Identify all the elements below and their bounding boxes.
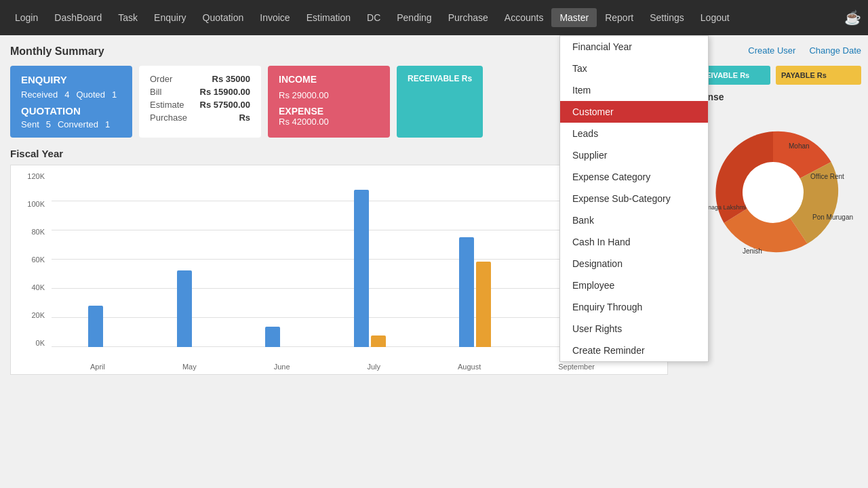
menu-expense-sub-category[interactable]: Expense Sub-Category xyxy=(560,188,708,209)
y-label-120k: 120K xyxy=(27,172,45,180)
quoted-label: Quoted xyxy=(76,89,105,100)
menu-leads[interactable]: Leads xyxy=(560,123,708,144)
purchase-label: Purchase xyxy=(150,113,187,123)
menu-supplier[interactable]: Supplier xyxy=(560,144,708,166)
create-user-link[interactable]: Create User xyxy=(748,45,795,56)
menu-tax[interactable]: Tax xyxy=(560,58,708,79)
sent-value: 5 xyxy=(46,119,51,129)
coffee-icon: ☕ xyxy=(844,9,861,26)
y-label-100k: 100K xyxy=(27,200,45,208)
nav-quotation[interactable]: Quotation xyxy=(195,8,252,27)
bar-blue-4 xyxy=(459,237,474,348)
order-label: Order xyxy=(150,74,172,84)
nav-task[interactable]: Task xyxy=(110,8,146,27)
pie-chart-container: Mohan Office Rent Pon Murugan Jenish Kan… xyxy=(685,108,861,277)
converted-label: Converted xyxy=(58,119,98,129)
order-value: Rs 35000 xyxy=(212,74,250,84)
menu-financial-year[interactable]: Financial Year xyxy=(560,36,708,58)
nav-dc[interactable]: DC xyxy=(359,8,389,27)
main-content: Monthly Summary ENQUIRY Received 4 Quote… xyxy=(0,35,868,488)
menu-item[interactable]: Item xyxy=(560,79,708,101)
received-label: Received xyxy=(21,89,58,100)
quotation-row: Sent 5 Converted 1 xyxy=(21,119,121,129)
menu-designation[interactable]: Designation xyxy=(560,253,708,274)
bar-orange-3 xyxy=(371,336,386,347)
nav-estimation[interactable]: Estimation xyxy=(298,8,359,27)
x-label-june: June xyxy=(274,363,290,371)
bar-group-2 xyxy=(265,327,280,347)
menu-create-reminder[interactable]: Create Reminder xyxy=(560,340,708,361)
x-label-april: April xyxy=(90,363,105,371)
bar-blue-0 xyxy=(88,306,103,347)
bar-orange-4 xyxy=(476,262,491,347)
menu-employee[interactable]: Employee xyxy=(560,274,708,296)
pie-label-jenish: Jenish xyxy=(743,247,762,255)
navbar: Login DashBoard Task Enquiry Quotation I… xyxy=(0,0,868,35)
menu-enquiry-through[interactable]: Enquiry Through xyxy=(560,296,708,318)
expense-value: Rs 42000.00 xyxy=(279,117,379,127)
bars-container xyxy=(52,172,633,347)
expense-section-title: Expense xyxy=(685,92,861,102)
nav-pending[interactable]: Pending xyxy=(389,8,439,27)
enquiry-row: Received 4 Quoted 1 xyxy=(21,89,121,100)
enquiry-card: ENQUIRY Received 4 Quoted 1 QUOTATION Se… xyxy=(10,66,132,138)
master-dropdown: Financial Year Tax Item Customer Leads S… xyxy=(559,35,709,362)
y-label-60k: 60K xyxy=(31,256,45,264)
bar-group-3 xyxy=(354,190,386,347)
bar-group-4 xyxy=(459,237,491,348)
bill-value: Rs 15900.00 xyxy=(200,87,250,97)
x-label-september: September xyxy=(558,363,595,371)
menu-customer[interactable]: Customer xyxy=(560,101,708,123)
quotation-title: QUOTATION xyxy=(21,105,121,117)
expense-label: EXPENSE xyxy=(279,106,379,117)
y-label-80k: 80K xyxy=(31,228,45,236)
nav-login[interactable]: Login xyxy=(7,8,46,27)
estimate-label: Estimate xyxy=(150,100,184,110)
received-value: 4 xyxy=(64,89,69,100)
bar-blue-1 xyxy=(177,270,192,347)
nav-dashboard[interactable]: DashBoard xyxy=(46,8,110,27)
nav-purchase[interactable]: Purchase xyxy=(440,8,496,27)
y-axis-labels: 120K 100K 80K 60K 40K 20K 0K xyxy=(11,172,48,347)
pie-label-mohan: Mohan xyxy=(789,142,810,150)
quoted-value: 1 xyxy=(112,89,117,100)
nav-settings[interactable]: Settings xyxy=(642,8,692,27)
y-label-40k: 40K xyxy=(31,283,45,291)
menu-cash-in-hand[interactable]: Cash In Hand xyxy=(560,231,708,253)
purchase-value: Rs xyxy=(239,113,250,123)
bar-group-0 xyxy=(88,306,103,347)
income-expense-card: INCOME Rs 29000.00 EXPENSE Rs 42000.00 xyxy=(268,66,390,138)
enquiry-title: ENQUIRY xyxy=(21,74,121,85)
x-label-july: July xyxy=(367,363,380,371)
nav-invoice[interactable]: Invoice xyxy=(252,8,298,27)
pie-chart: Mohan Office Rent Pon Murugan Jenish Kan… xyxy=(688,108,858,277)
income-value: Rs 29000.00 xyxy=(279,90,379,100)
menu-user-rights[interactable]: User Rights xyxy=(560,318,708,340)
x-label-may: May xyxy=(182,363,197,371)
income-label: INCOME xyxy=(279,74,379,85)
bar-blue-2 xyxy=(265,327,280,347)
y-label-0k: 0K xyxy=(36,339,45,347)
receivable-card: RECEIVABLE Rs xyxy=(397,66,483,138)
receivable-label: RECEIVABLE Rs xyxy=(408,74,472,83)
nav-accounts[interactable]: Accounts xyxy=(496,8,552,27)
right-header: Create User Change Date xyxy=(685,42,861,59)
nav-master[interactable]: Master xyxy=(551,8,597,27)
nav-enquiry[interactable]: Enquiry xyxy=(146,8,194,27)
payable-mini-label: PAYABLE Rs xyxy=(781,71,856,79)
change-date-link[interactable]: Change Date xyxy=(809,45,861,56)
nav-logout[interactable]: Logout xyxy=(692,8,738,27)
bill-label: Bill xyxy=(150,87,161,97)
menu-expense-category[interactable]: Expense Category xyxy=(560,166,708,188)
converted-value: 1 xyxy=(105,119,110,129)
nav-report[interactable]: Report xyxy=(597,8,642,27)
sent-label: Sent xyxy=(21,119,39,129)
pie-label-office-rent: Office Rent xyxy=(810,173,844,180)
menu-bank[interactable]: Bank xyxy=(560,209,708,231)
y-label-20k: 20K xyxy=(31,311,45,319)
payable-mini-card: PAYABLE Rs xyxy=(776,66,861,85)
x-axis-labels: April May June July August September xyxy=(52,363,633,371)
bar-group-1 xyxy=(177,270,192,347)
right-cards: RECEIVABLE Rs PAYABLE Rs xyxy=(685,66,861,85)
pie-label-pon-murugan: Pon Murugan xyxy=(812,214,853,221)
